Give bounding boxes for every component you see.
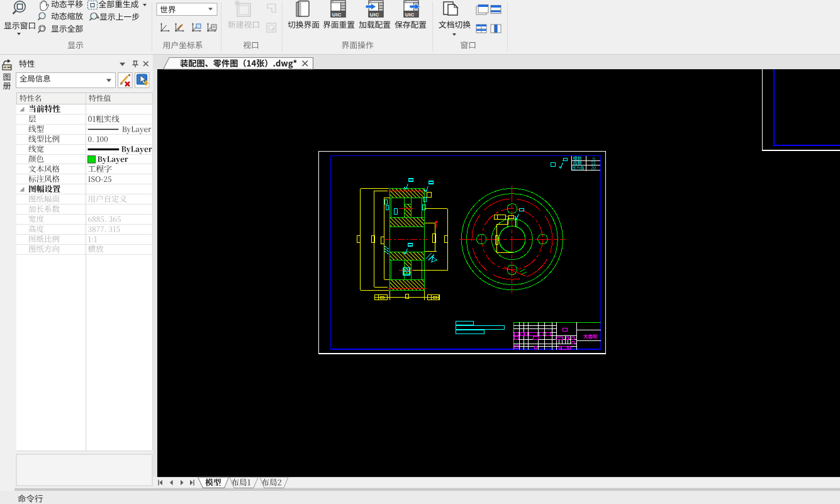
svg-text:UIC: UIC xyxy=(370,12,379,18)
svg-text:UIC: UIC xyxy=(332,12,342,18)
svg-text:UIC: UIC xyxy=(405,12,415,18)
